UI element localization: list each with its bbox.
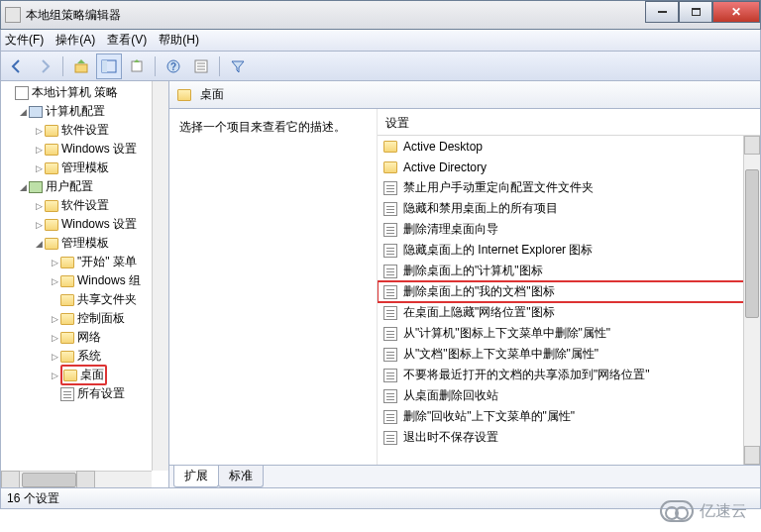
list-item[interactable]: 不要将最近打开的文档的共享添加到"网络位置" <box>378 365 760 385</box>
tree-computer-config[interactable]: ◢计算机配置 <box>1 102 168 121</box>
svg-rect-0 <box>75 64 87 72</box>
tree-user-config[interactable]: ◢用户配置 <box>1 177 168 196</box>
list-item[interactable]: 从"计算机"图标上下文菜单中删除"属性" <box>378 323 760 344</box>
export-button[interactable] <box>125 54 149 78</box>
watermark: 亿速云 <box>660 500 747 522</box>
list-item[interactable]: 删除"回收站"上下文菜单的"属性" <box>378 406 760 427</box>
tree-label: 桌面 <box>80 368 104 381</box>
status-text: 16 个设置 <box>7 490 59 507</box>
show-hide-tree-button[interactable] <box>97 54 121 78</box>
list-item-label: 从桌面删除回收站 <box>403 387 498 404</box>
help-button[interactable]: ? <box>162 54 185 78</box>
tab-standard[interactable]: 标准 <box>218 466 264 487</box>
menu-file[interactable]: 文件(F) <box>5 32 44 49</box>
tree-item[interactable]: ▷Windows 设置 <box>1 215 168 234</box>
folder-icon <box>177 89 191 101</box>
list-item-label: 删除桌面上的"我的文档"图标 <box>403 283 555 300</box>
title-bar: 本地组策略编辑器 ✕ <box>0 0 761 30</box>
tree-label: 控制面板 <box>77 310 125 327</box>
tree-v-scrollbar[interactable] <box>152 81 168 471</box>
tree-panel: ▶本地计算机 策略 ◢计算机配置 ▷软件设置 ▷Windows 设置 ▷管理模板… <box>1 81 169 487</box>
scroll-thumb[interactable] <box>22 473 76 487</box>
tree-item[interactable]: ▷软件设置 <box>1 196 168 215</box>
tree-label: 管理模板 <box>61 235 109 252</box>
list-item[interactable]: 删除桌面上的"我的文档"图标 <box>378 281 760 302</box>
close-button[interactable]: ✕ <box>712 1 760 23</box>
scroll-thumb[interactable] <box>745 169 759 318</box>
tree-item[interactable]: ▷管理模板 <box>1 159 168 177</box>
list-item[interactable]: 从"文档"图标上下文菜单中删除"属性" <box>378 344 760 365</box>
tree-label: Windows 设置 <box>61 216 137 233</box>
tree-label: 本地计算机 策略 <box>32 84 118 101</box>
folder-icon <box>45 125 58 137</box>
policy-setting-icon <box>383 327 397 341</box>
policy-setting-icon <box>383 306 397 320</box>
computer-icon <box>29 106 43 118</box>
toolbar: ? <box>0 52 761 81</box>
tree-item[interactable]: ▷共享文件夹 <box>1 290 168 309</box>
tree-item-desktop[interactable]: ▷桌面 <box>1 366 168 384</box>
up-button[interactable] <box>69 54 93 78</box>
tree-item[interactable]: ▷Windows 设置 <box>1 140 168 159</box>
list-item[interactable]: 从桌面删除回收站 <box>378 385 760 406</box>
tree-label: Windows 设置 <box>61 141 137 158</box>
maximize-button[interactable] <box>679 1 712 23</box>
tree-item[interactable]: ▷所有设置 <box>1 384 168 403</box>
policy-setting-icon <box>383 348 397 362</box>
menu-help[interactable]: 帮助(H) <box>159 32 199 49</box>
minimize-button[interactable] <box>645 1 679 23</box>
list-item[interactable]: 禁止用户手动重定向配置文件文件夹 <box>378 177 760 198</box>
tree-label: 软件设置 <box>61 197 109 214</box>
tree-label: 所有设置 <box>77 385 125 402</box>
list-item-label: 在桌面上隐藏"网络位置"图标 <box>403 304 555 321</box>
forward-button[interactable] <box>33 54 56 78</box>
list-item-label: 从"文档"图标上下文菜单中删除"属性" <box>403 346 598 363</box>
list-item[interactable]: 退出时不保存设置 <box>378 427 760 448</box>
tree-root[interactable]: ▶本地计算机 策略 <box>1 83 168 102</box>
list-item[interactable]: 隐藏桌面上的 Internet Explorer 图标 <box>378 240 760 261</box>
policy-setting-icon <box>383 181 397 195</box>
folder-icon <box>45 200 58 212</box>
tree-item[interactable]: ▷Windows 组 <box>1 271 168 290</box>
list-item[interactable]: 删除桌面上的"计算机"图标 <box>378 261 760 281</box>
folder-icon <box>45 162 58 174</box>
list-item-label: 退出时不保存设置 <box>403 429 498 446</box>
list-item[interactable]: 隐藏和禁用桌面上的所有项目 <box>378 198 760 219</box>
tree-item[interactable]: ▷系统 <box>1 347 168 366</box>
policy-setting-icon <box>383 285 397 299</box>
svg-rect-2 <box>102 60 107 72</box>
tree-item[interactable]: ▷软件设置 <box>1 121 168 140</box>
tab-extended[interactable]: 扩展 <box>173 466 219 487</box>
tree-item[interactable]: ▷网络 <box>1 328 168 347</box>
tree-label: 软件设置 <box>61 122 109 139</box>
tree-item[interactable]: ▷"开始" 菜单 <box>1 253 168 271</box>
filter-button[interactable] <box>226 54 250 78</box>
policy-setting-icon <box>383 410 397 424</box>
menu-action[interactable]: 操作(A) <box>55 32 95 49</box>
properties-button[interactable] <box>189 54 213 78</box>
content-area: ▶本地计算机 策略 ◢计算机配置 ▷软件设置 ▷Windows 设置 ▷管理模板… <box>0 81 761 488</box>
description-pane: 选择一个项目来查看它的描述。 <box>169 109 378 465</box>
watermark-logo-icon <box>660 500 694 522</box>
detail-title: 桌面 <box>200 86 224 103</box>
list-item-label: 隐藏桌面上的 Internet Explorer 图标 <box>403 242 593 259</box>
tree-item[interactable]: ◢管理模板 <box>1 234 168 253</box>
list-v-scrollbar[interactable] <box>743 136 760 465</box>
menu-view[interactable]: 查看(V) <box>107 32 147 49</box>
tree-item[interactable]: ▷控制面板 <box>1 309 168 328</box>
list-item[interactable]: 删除清理桌面向导 <box>378 219 760 240</box>
list-item[interactable]: Active Directory <box>378 157 760 177</box>
list-item[interactable]: Active Desktop <box>378 136 760 157</box>
policy-setting-icon <box>383 244 397 258</box>
app-icon <box>5 7 21 23</box>
window-title: 本地组策略编辑器 <box>26 7 121 24</box>
back-button[interactable] <box>5 54 29 78</box>
svg-text:?: ? <box>170 61 176 72</box>
list-item[interactable]: 在桌面上隐藏"网络位置"图标 <box>378 302 760 323</box>
column-header-setting[interactable]: 设置 <box>378 109 760 136</box>
folder-icon <box>45 238 58 250</box>
tree-label: 用户配置 <box>46 178 93 195</box>
tree-h-scrollbar[interactable] <box>1 471 152 487</box>
list-item-label: 隐藏和禁用桌面上的所有项目 <box>403 200 558 217</box>
policy-icon <box>15 86 29 100</box>
